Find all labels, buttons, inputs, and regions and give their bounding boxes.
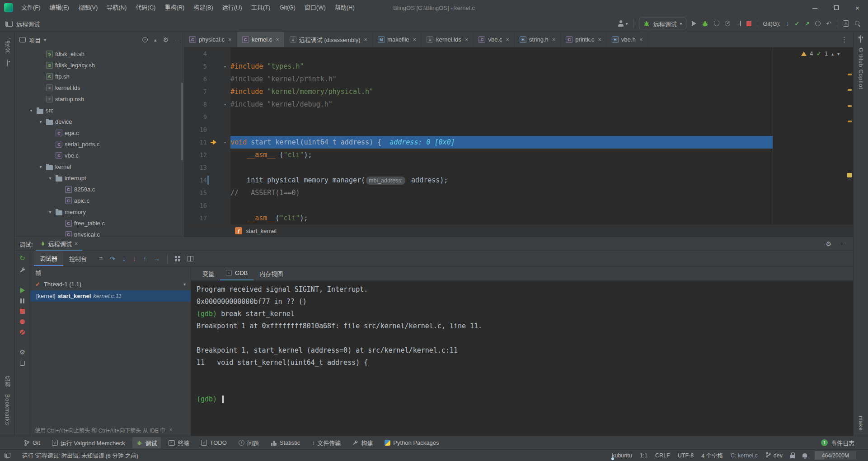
run-button[interactable] [692, 21, 696, 26]
tree-item[interactable]: ▾kernel [15, 161, 184, 172]
gutter-line-number[interactable]: 15 [184, 189, 207, 196]
code-text[interactable]: void start_kernel(uint64_t address) { ad… [230, 138, 853, 146]
view-breakpoints-icon[interactable] [20, 319, 25, 324]
inspections-widget[interactable]: 4 ✓ 1 ▴ ▾ [801, 51, 840, 57]
tree-item[interactable]: Cphysical.c [15, 229, 184, 237]
commit-button[interactable]: ✓ [794, 20, 799, 27]
search-everywhere-button[interactable] [854, 20, 861, 27]
gutter-line-number[interactable]: 7 [184, 88, 207, 95]
toolwindow-button-build[interactable]: 构建 [348, 437, 377, 448]
status-item[interactable]: dev [765, 452, 783, 459]
close-tab-icon[interactable]: × [364, 36, 368, 43]
gutter-line-number[interactable]: 14 [184, 177, 207, 184]
chevron-icon[interactable]: ▾ [47, 176, 53, 181]
memory-indicator[interactable]: 464/2000M [815, 451, 856, 460]
chevron-icon[interactable]: ▾ [47, 210, 53, 214]
step-into-icon[interactable]: ↓ [122, 255, 126, 262]
menu-item[interactable]: 窗口(W) [300, 0, 330, 15]
warning-mark[interactable] [848, 105, 852, 107]
tool-window-stripe-button[interactable]: make [858, 416, 864, 432]
code-line[interactable]: 5▾#include "types.h" [184, 60, 853, 73]
error-stripe[interactable] [847, 47, 852, 224]
thread-selector[interactable]: ✓ Thread-1 (1.1) ▾ [30, 278, 191, 290]
editor-tab[interactable]: Ckernel.c× [237, 32, 285, 47]
breadcrumb-function[interactable]: start_kernel [246, 228, 277, 234]
edit-configuration-icon[interactable] [19, 267, 26, 273]
toolwindow-button-python[interactable]: Python Packages [380, 438, 443, 447]
editor-tab[interactable]: Cvbe.c× [474, 32, 515, 47]
toolwindow-button-statistic[interactable]: Statistic [267, 438, 305, 447]
changes-icon[interactable] [7, 60, 8, 66]
scrollbar[interactable] [181, 83, 183, 160]
tree-item[interactable]: Capic.c [15, 195, 184, 206]
stop-button[interactable] [746, 21, 751, 26]
close-tab-icon[interactable]: × [552, 36, 556, 43]
menu-item[interactable]: 导航(N) [102, 0, 131, 15]
code-line[interactable]: 7#include "kernel/memory/physical.h" [184, 85, 853, 98]
tree-item[interactable]: Cserial_ports.c [15, 139, 184, 150]
resume-icon[interactable] [20, 288, 25, 293]
gutter-line-number[interactable]: 11 [184, 139, 207, 146]
code-text[interactable]: __asm__("cli"); [230, 214, 853, 222]
editor-tab[interactable]: Cphysical.c× [184, 32, 237, 47]
toolwindow-button-transfer[interactable]: ↕文件传输 [308, 437, 345, 448]
hide-panel-icon[interactable]: ─ [175, 36, 179, 43]
warning-mark[interactable] [848, 121, 852, 122]
chevron-down-icon[interactable]: ▾ [44, 37, 46, 42]
tool-window-stripe-button[interactable]: 结构 [4, 376, 11, 389]
rerun-icon[interactable]: ↻ [19, 255, 25, 261]
status-item[interactable]: UTF-8 [678, 452, 694, 459]
push-button[interactable]: ↗ [805, 20, 810, 27]
gutter-line-number[interactable]: 10 [184, 126, 207, 133]
status-item[interactable]: 4 个空格 [701, 451, 723, 460]
menu-item[interactable]: Git(G) [275, 0, 300, 15]
coverage-button[interactable] [714, 21, 719, 26]
more-tabs-icon[interactable]: ⋮ [835, 32, 853, 47]
menu-item[interactable]: 构建(B) [189, 0, 217, 15]
menu-item[interactable]: 帮助(H) [330, 0, 359, 15]
run-to-cursor-icon[interactable]: → [154, 255, 160, 262]
editor-tab[interactable]: Mmakefile× [373, 32, 422, 47]
tree-item[interactable]: Cega.c [15, 127, 184, 139]
close-tab-icon[interactable]: × [598, 36, 601, 43]
attach-button[interactable]: → [736, 21, 741, 26]
code-line[interactable]: 14 init_physical_memory_manager(mbi_addr… [184, 174, 853, 186]
debug-settings-icon[interactable]: ⚙ [19, 349, 25, 355]
toolwindow-button-valgrind[interactable]: V运行 Valgrind Memcheck [48, 437, 129, 448]
force-step-into-icon[interactable]: ↓ [133, 255, 136, 262]
pin-icon[interactable] [20, 361, 25, 366]
close-tab-icon[interactable]: × [228, 36, 232, 43]
code-text[interactable]: #include "types.h" [230, 62, 853, 70]
editor-tab[interactable]: Cprintk.c× [561, 32, 607, 47]
status-item[interactable]: C: kernel.c [731, 452, 758, 459]
code-text[interactable]: #include "kernel/debug.h" [230, 100, 853, 108]
chevron-icon[interactable]: ▾ [38, 119, 44, 124]
step-out-icon[interactable]: ↑ [143, 255, 146, 262]
project-panel-title[interactable]: 项目 [29, 36, 41, 44]
gutter-line-number[interactable]: 5 [184, 63, 207, 70]
update-project-button[interactable]: ↓ [786, 20, 789, 27]
editor-tab[interactable]: Hstring.h× [515, 32, 561, 47]
tree-item[interactable]: Cfree_table.c [15, 218, 184, 229]
layout-settings-icon[interactable] [188, 256, 193, 261]
code-line[interactable]: 4 [184, 47, 853, 60]
warning-mark[interactable] [848, 89, 852, 91]
tab-console[interactable]: 控制台 [63, 251, 93, 266]
maximize-button[interactable] [826, 0, 847, 15]
change-mark[interactable] [847, 173, 852, 177]
prev-problem-icon[interactable]: ▴ [831, 51, 834, 56]
toolwindow-button-branch[interactable]: Git [20, 438, 44, 447]
code-line[interactable]: 10 [184, 123, 853, 136]
close-icon[interactable]: × [75, 240, 78, 247]
tree-item[interactable]: ▾device [15, 116, 184, 127]
event-log-button[interactable]: 1 事件日志 [821, 438, 854, 447]
notifications-icon[interactable] [802, 453, 807, 457]
navbar-debug-label[interactable]: 远程调试 [16, 19, 40, 28]
code-text[interactable]: #include "kernel/printk.h" [230, 75, 853, 83]
tree-item[interactable]: ▾memory [15, 206, 184, 218]
code-editor[interactable]: 45▾#include "types.h"6#include "kernel/p… [184, 47, 853, 224]
tree-item[interactable]: C8259a.c [15, 184, 184, 195]
menu-item[interactable]: 文件(F) [17, 0, 45, 15]
show-execution-point-icon[interactable]: ≡ [99, 255, 103, 262]
editor-tab[interactable]: ≡远程调试 (disassembly)× [285, 32, 373, 47]
